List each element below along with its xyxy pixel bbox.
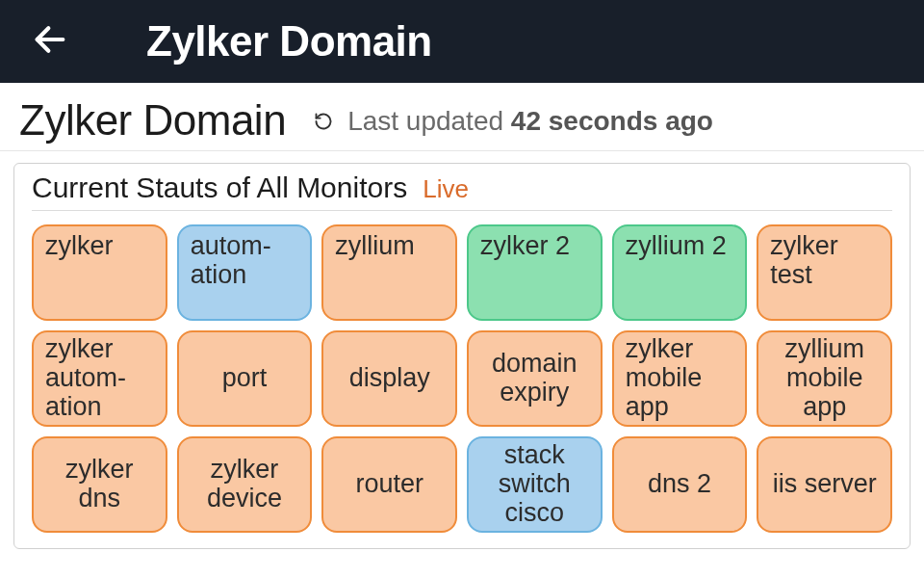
monitor-tile[interactable]: zyllium mobile app — [757, 330, 892, 427]
monitor-tile-label: display — [349, 364, 430, 393]
monitors-card: Current Stauts of All Monitors Live zylk… — [13, 163, 911, 549]
monitor-tile[interactable]: display — [321, 330, 457, 427]
monitor-tile[interactable]: zylker mobile app — [612, 330, 748, 427]
monitor-tile[interactable]: zylker — [32, 224, 167, 321]
monitor-tile-label: zylker test — [770, 232, 879, 289]
card-title: Current Stauts of All Monitors — [32, 171, 407, 204]
monitor-tile-label: zylker mobile app — [626, 335, 734, 421]
monitor-tile[interactable]: stack switch cisco — [467, 436, 603, 533]
monitor-tile[interactable]: domain expiry — [467, 330, 603, 427]
topbar-title: Zylker Domain — [146, 17, 432, 66]
arrow-left-icon — [31, 20, 69, 63]
monitor-tile-label: port — [222, 364, 268, 393]
monitor-tile-label: zylker dns — [45, 456, 154, 512]
monitor-tile-label: zyllium — [335, 232, 415, 261]
monitor-tile[interactable]: zylker 2 — [467, 224, 603, 321]
monitor-tile[interactable]: zyllium — [321, 224, 457, 321]
monitor-tile-label: autom-ation — [191, 232, 299, 289]
back-button[interactable] — [23, 14, 77, 68]
monitor-tile-label: zylker device — [191, 456, 299, 512]
last-updated: Last updated 42 seconds ago — [347, 106, 713, 137]
refresh-wrap: Last updated 42 seconds ago — [313, 106, 713, 137]
monitor-tile[interactable]: iis server — [757, 436, 892, 533]
monitor-tile[interactable]: zylker autom-ation — [32, 330, 167, 427]
monitor-tile-label: iis server — [773, 470, 877, 499]
live-badge: Live — [423, 174, 469, 204]
monitor-tile-label: domain expiry — [480, 350, 589, 407]
refresh-icon[interactable] — [313, 111, 334, 132]
monitor-tile-label: zylker — [45, 232, 114, 261]
monitor-tile-label: stack switch cisco — [480, 441, 589, 527]
monitor-tile-label: zyllium mobile app — [770, 335, 879, 421]
monitor-tile[interactable]: zyllium 2 — [612, 224, 748, 321]
monitor-tile[interactable]: router — [321, 436, 457, 533]
monitor-grid: zylkerautom-ationzylliumzylker 2zyllium … — [32, 224, 892, 533]
monitor-tile[interactable]: dns 2 — [612, 436, 748, 533]
last-updated-value: 42 seconds ago — [511, 106, 713, 136]
monitor-tile-label: zylker 2 — [480, 232, 570, 261]
topbar: Zylker Domain — [0, 0, 924, 83]
monitor-tile[interactable]: zylker dns — [32, 436, 167, 533]
card-header: Current Stauts of All Monitors Live — [32, 171, 892, 211]
monitor-tile[interactable]: zylker test — [757, 224, 892, 321]
monitor-tile-label: dns 2 — [648, 470, 711, 499]
page-title: Zylker Domain — [19, 96, 286, 144]
monitor-tile[interactable]: autom-ation — [177, 224, 313, 321]
monitor-tile-label: zylker autom-ation — [45, 335, 154, 421]
last-updated-prefix: Last updated — [347, 106, 511, 136]
monitor-tile[interactable]: port — [177, 330, 313, 427]
monitor-tile-label: zyllium 2 — [626, 232, 727, 261]
monitor-tile[interactable]: zylker device — [177, 436, 313, 533]
subheader: Zylker Domain Last updated 42 seconds ag… — [0, 83, 924, 151]
monitor-tile-label: router — [355, 470, 424, 499]
